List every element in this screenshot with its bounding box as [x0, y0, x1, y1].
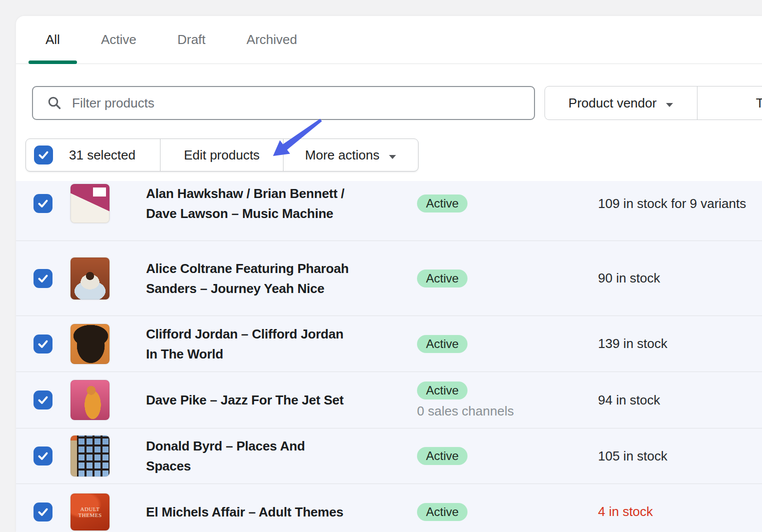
inventory-cell: 90 in stock — [598, 270, 762, 286]
checkmark-icon — [36, 506, 50, 518]
tab-bar: All Active Draft Archived — [16, 16, 762, 64]
checkmark-icon — [36, 394, 50, 406]
tab-draft[interactable]: Draft — [160, 16, 222, 64]
inventory-cell: 139 in stock — [598, 336, 762, 352]
tab-all[interactable]: All — [28, 16, 77, 64]
tagged-filter-button[interactable]: Tagged — [697, 86, 762, 120]
inventory-cell: 109 in stock for 9 variants — [598, 196, 762, 212]
status-cell: Active 0 sales channels — [417, 382, 598, 419]
product-title-link[interactable]: El Michels Affair – Adult Themes — [146, 502, 352, 522]
products-page: { "tabs": { "items": [ { "label": "All",… — [0, 0, 762, 532]
table-row[interactable]: Clifford Jordan – Clifford Jordan In The… — [16, 316, 762, 372]
inventory-cell: 4 in stock — [598, 504, 762, 520]
jazz-for-the-jet-set-album-thumbnail[interactable] — [70, 380, 110, 420]
checkmark-icon — [36, 197, 50, 210]
status-badge: Active — [417, 382, 468, 400]
table-row[interactable]: Alice Coltrane Featuring Pharoah Sanders… — [16, 241, 762, 316]
status-cell: Active — [417, 447, 598, 465]
row-checkbox[interactable] — [34, 194, 52, 213]
status-cell: Active — [417, 270, 598, 288]
tab-archived[interactable]: Archived — [230, 16, 314, 64]
edit-products-button[interactable]: Edit products — [160, 139, 283, 171]
tab-draft-label: Draft — [178, 32, 206, 48]
adult-themes-album-thumbnail[interactable]: ADULT THEMES — [70, 494, 110, 530]
clifford-jordan-album-thumbnail[interactable] — [70, 324, 110, 364]
inventory-cell: 94 in stock — [598, 392, 762, 408]
products-card: All Active Draft Archived Product vendor — [16, 16, 762, 532]
checkmark-icon — [37, 148, 50, 162]
table-row[interactable]: Alan Hawkshaw / Brian Bennett / Dave Law… — [16, 181, 762, 241]
status-badge: Active — [417, 194, 468, 212]
select-all-segment[interactable]: 31 selected — [26, 139, 160, 171]
product-title-link[interactable]: Alice Coltrane Featuring Pharoah Sanders… — [146, 258, 352, 298]
row-checkbox[interactable] — [34, 502, 52, 522]
sales-channels-label: 0 sales channels — [417, 404, 598, 419]
tab-all-label: All — [46, 32, 60, 48]
tab-active[interactable]: Active — [84, 16, 154, 64]
checkmark-icon — [36, 450, 50, 462]
row-checkbox[interactable] — [34, 446, 52, 466]
tab-active-label: Active — [101, 32, 136, 48]
product-vendor-label: Product vendor — [568, 96, 656, 111]
tab-archived-label: Archived — [246, 32, 297, 48]
checkmark-icon — [36, 338, 50, 350]
music-machine-album-thumbnail[interactable] — [70, 184, 110, 223]
status-cell: Active — [417, 503, 598, 521]
row-checkbox[interactable] — [34, 390, 52, 410]
search-box[interactable] — [32, 86, 535, 120]
product-title-link[interactable]: Alan Hawkshaw / Brian Bennett / Dave Law… — [146, 184, 352, 224]
status-badge: Active — [417, 447, 468, 465]
edit-products-label: Edit products — [184, 148, 260, 163]
product-title-link[interactable]: Clifford Jordan – Clifford Jordan In The… — [146, 324, 352, 364]
checkmark-icon — [36, 272, 50, 285]
product-title-link[interactable]: Donald Byrd – Places And Spaces — [146, 436, 352, 476]
filter-section: Product vendor Tagged — [16, 64, 762, 138]
active-tab-underline — [28, 60, 77, 64]
journey-album-thumbnail[interactable] — [70, 258, 110, 300]
inventory-cell: 105 in stock — [598, 448, 762, 464]
status-badge: Active — [417, 503, 468, 521]
chevron-down-icon — [666, 96, 674, 111]
status-badge: Active — [417, 335, 468, 353]
filter-button-group: Product vendor Tagged — [544, 86, 762, 120]
search-icon — [47, 96, 62, 110]
table-row[interactable]: Donald Byrd – Places And Spaces Active 1… — [16, 428, 762, 484]
search-input[interactable] — [72, 96, 524, 111]
table-row[interactable]: ADULT THEMES El Michels Affair – Adult T… — [16, 484, 762, 532]
album-art-text: ADULT THEMES — [76, 506, 104, 518]
row-checkbox[interactable] — [34, 269, 52, 288]
select-all-checkbox[interactable] — [34, 146, 53, 164]
status-cell: Active — [417, 194, 598, 212]
product-vendor-filter-button[interactable]: Product vendor — [545, 86, 697, 120]
product-title-link[interactable]: Dave Pike – Jazz For The Jet Set — [146, 390, 352, 410]
places-and-spaces-album-thumbnail[interactable] — [70, 436, 110, 476]
bulk-actions-bar: 31 selected Edit products More actions — [26, 138, 418, 172]
chevron-down-icon — [388, 148, 396, 163]
status-badge: Active — [417, 270, 468, 288]
more-actions-label: More actions — [305, 148, 380, 163]
status-cell: Active — [417, 335, 598, 353]
tagged-label: Tagged — [756, 96, 762, 111]
product-list: Alan Hawkshaw / Brian Bennett / Dave Law… — [16, 181, 762, 532]
more-actions-button[interactable]: More actions — [283, 139, 418, 171]
table-row[interactable]: Dave Pike – Jazz For The Jet Set Active … — [16, 372, 762, 428]
row-checkbox[interactable] — [34, 334, 52, 354]
spacer — [16, 172, 762, 181]
selected-count-label: 31 selected — [69, 148, 136, 163]
